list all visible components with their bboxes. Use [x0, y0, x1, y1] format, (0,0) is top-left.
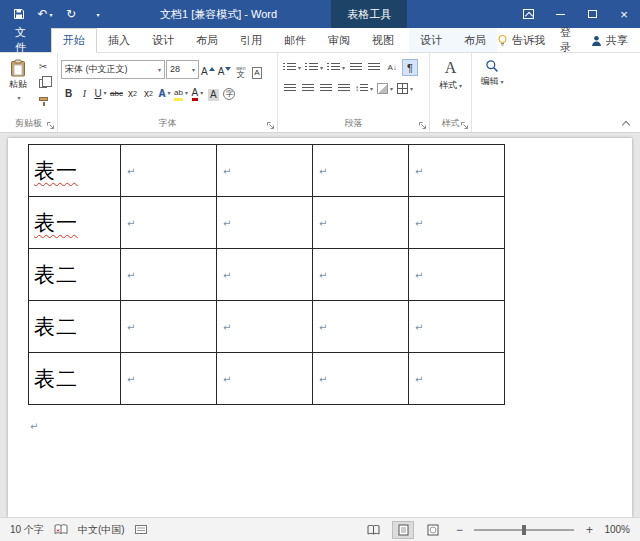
- character-shading-button[interactable]: A: [206, 82, 221, 101]
- underline-button[interactable]: U: [93, 82, 108, 101]
- read-mode-button[interactable]: [362, 521, 384, 539]
- zoom-level[interactable]: 100%: [604, 524, 630, 535]
- document-page[interactable]: 表一↵↵↵↵表一↵↵↵↵表二↵↵↵↵表二↵↵↵↵表二↵↵↵↵ ↵: [8, 138, 632, 517]
- table-cell[interactable]: ↵: [409, 145, 505, 197]
- styles-dialog-launcher[interactable]: [459, 120, 470, 131]
- align-center-button[interactable]: [300, 80, 316, 97]
- format-painter-button[interactable]: [34, 93, 52, 108]
- shading-button[interactable]: [376, 80, 394, 97]
- macro-record-button[interactable]: [135, 525, 147, 534]
- character-border-button[interactable]: A: [249, 60, 264, 79]
- collapse-ribbon-button[interactable]: [620, 118, 632, 128]
- sort-button[interactable]: A↓: [384, 59, 400, 76]
- bold-button[interactable]: B: [61, 82, 76, 101]
- zoom-in-button[interactable]: +: [582, 523, 596, 537]
- clipboard-dialog-launcher[interactable]: [45, 120, 56, 131]
- language-status[interactable]: 中文(中国): [78, 523, 125, 537]
- save-button[interactable]: [6, 0, 32, 28]
- table-cell[interactable]: ↵: [121, 145, 217, 197]
- table-cell[interactable]: 表二: [29, 301, 121, 353]
- align-right-button[interactable]: [318, 80, 334, 97]
- redo-button[interactable]: ↻: [58, 0, 84, 28]
- table-cell[interactable]: ↵: [313, 145, 409, 197]
- font-dialog-launcher[interactable]: [265, 120, 276, 131]
- editing-button[interactable]: 编辑: [474, 55, 510, 118]
- table-cell[interactable]: ↵: [409, 249, 505, 301]
- contextual-tab-设计[interactable]: 设计: [409, 28, 453, 52]
- tab-插入[interactable]: 插入: [97, 28, 141, 52]
- tab-布局[interactable]: 布局: [185, 28, 229, 52]
- contextual-tab-布局[interactable]: 布局: [453, 28, 497, 52]
- maximize-button[interactable]: [576, 0, 608, 28]
- customize-quick-access-button[interactable]: ▾: [84, 0, 110, 28]
- subscript-button[interactable]: x2: [125, 82, 140, 101]
- table-cell[interactable]: ↵: [313, 249, 409, 301]
- table-cell[interactable]: ↵: [409, 197, 505, 249]
- text-effects-button[interactable]: A: [157, 82, 172, 101]
- cut-button[interactable]: ✂: [34, 59, 52, 74]
- table-cell[interactable]: 表二: [29, 353, 121, 405]
- table-cell[interactable]: ↵: [313, 353, 409, 405]
- zoom-out-button[interactable]: −: [452, 523, 466, 537]
- decrease-indent-button[interactable]: [348, 59, 364, 76]
- close-button[interactable]: ×: [608, 0, 640, 28]
- grow-font-button[interactable]: A: [200, 60, 216, 79]
- table-cell[interactable]: ↵: [121, 353, 217, 405]
- increase-indent-button[interactable]: [366, 59, 382, 76]
- highlight-color-button[interactable]: ab: [173, 82, 189, 101]
- web-layout-button[interactable]: [422, 521, 444, 539]
- table-cell[interactable]: ↵: [121, 301, 217, 353]
- table-cell[interactable]: ↵: [217, 145, 313, 197]
- paragraph-dialog-launcher[interactable]: [417, 120, 428, 131]
- line-spacing-button[interactable]: ↕: [354, 80, 374, 97]
- shrink-font-button[interactable]: A: [217, 60, 233, 79]
- minimize-button[interactable]: [544, 0, 576, 28]
- justify-button[interactable]: [336, 80, 352, 97]
- share-button[interactable]: 共享: [591, 33, 628, 48]
- table-cell[interactable]: ↵: [409, 353, 505, 405]
- tab-开始[interactable]: 开始: [51, 28, 97, 53]
- borders-button[interactable]: [396, 80, 414, 97]
- tab-引用[interactable]: 引用: [229, 28, 273, 52]
- multilevel-list-button[interactable]: [326, 59, 346, 76]
- superscript-button[interactable]: x2: [141, 82, 156, 101]
- table-cell[interactable]: ↵: [217, 353, 313, 405]
- table-cell[interactable]: ↵: [313, 197, 409, 249]
- table-cell[interactable]: 表一: [29, 197, 121, 249]
- proofing-status-button[interactable]: [54, 524, 68, 535]
- show-formatting-marks-button[interactable]: ¶: [402, 59, 418, 76]
- table-cell[interactable]: ↵: [313, 301, 409, 353]
- table-cell[interactable]: ↵: [121, 197, 217, 249]
- align-left-button[interactable]: [282, 80, 298, 97]
- bullets-button[interactable]: [282, 59, 302, 76]
- tab-邮件[interactable]: 邮件: [273, 28, 317, 52]
- copy-button[interactable]: [34, 76, 52, 91]
- strikethrough-button[interactable]: abc: [109, 82, 124, 101]
- font-color-button[interactable]: A: [190, 82, 205, 101]
- tab-审阅[interactable]: 审阅: [317, 28, 361, 52]
- undo-button[interactable]: ↶ ▾: [32, 0, 58, 28]
- tab-file[interactable]: 文件: [0, 28, 51, 52]
- numbering-button[interactable]: [304, 59, 324, 76]
- print-layout-button[interactable]: [392, 521, 414, 539]
- styles-button[interactable]: A 样式: [432, 55, 469, 118]
- paste-button[interactable]: 粘贴: [2, 55, 34, 118]
- font-name-select[interactable]: 宋体 (中文正文): [61, 60, 165, 79]
- tab-设计[interactable]: 设计: [141, 28, 185, 52]
- zoom-slider[interactable]: [474, 524, 574, 536]
- enclose-characters-button[interactable]: 字: [222, 82, 237, 101]
- table-cell[interactable]: 表二: [29, 249, 121, 301]
- italic-button[interactable]: I: [77, 82, 92, 101]
- tab-视图[interactable]: 视图: [361, 28, 405, 52]
- table-cell[interactable]: ↵: [217, 197, 313, 249]
- sign-in-button[interactable]: 登录: [560, 25, 576, 55]
- zoom-slider-thumb[interactable]: [522, 525, 526, 535]
- phonetic-guide-button[interactable]: wén 文: [233, 60, 248, 79]
- font-size-select[interactable]: 28: [166, 60, 199, 79]
- table-cell[interactable]: 表一: [29, 145, 121, 197]
- table-cell[interactable]: ↵: [121, 249, 217, 301]
- tell-me-button[interactable]: 告诉我: [497, 33, 545, 48]
- ribbon-display-options-button[interactable]: [512, 0, 544, 28]
- word-count[interactable]: 10 个字: [10, 523, 44, 537]
- table-cell[interactable]: ↵: [217, 249, 313, 301]
